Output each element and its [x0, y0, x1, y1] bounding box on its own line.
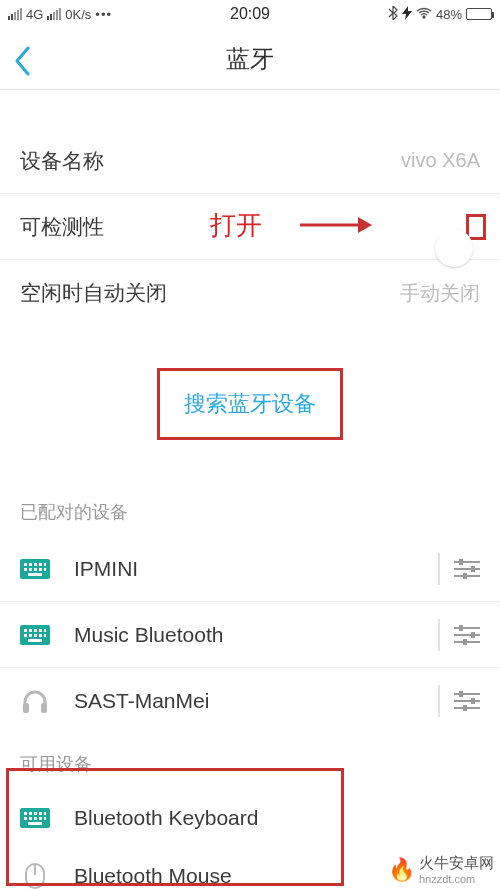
row-device-name[interactable]: 设备名称 vivo X6A [0, 128, 500, 194]
page-title: 蓝牙 [226, 43, 274, 75]
svg-rect-48 [29, 812, 32, 815]
device-name: Bluetooth Keyboard [50, 806, 480, 830]
headphone-icon [20, 689, 50, 713]
svg-rect-56 [44, 817, 46, 820]
idle-close-value: 手动关闭 [400, 280, 480, 307]
device-settings-button[interactable] [454, 558, 480, 580]
divider [438, 619, 440, 651]
svg-rect-43 [459, 691, 463, 697]
back-button[interactable] [14, 46, 32, 80]
svg-rect-31 [28, 639, 42, 642]
network-type: 4G [26, 7, 43, 22]
svg-rect-8 [24, 568, 27, 571]
svg-rect-37 [463, 639, 467, 645]
svg-rect-54 [34, 817, 37, 820]
signal-icon [8, 8, 22, 20]
svg-rect-49 [34, 812, 37, 815]
keyboard-icon [20, 623, 50, 647]
more-icon: ••• [95, 7, 112, 22]
mouse-icon [20, 864, 50, 888]
paired-device-row[interactable]: Music Bluetooth [0, 602, 500, 668]
annotation-arrow-icon [300, 212, 372, 242]
svg-rect-35 [459, 625, 463, 631]
svg-rect-10 [34, 568, 37, 571]
svg-rect-28 [34, 634, 37, 637]
svg-rect-39 [41, 703, 47, 713]
svg-rect-51 [44, 812, 46, 815]
watermark-name: 火牛安卓网 [419, 854, 494, 871]
device-name: SAST-ManMei [50, 689, 424, 713]
svg-rect-26 [24, 634, 27, 637]
keyboard-icon [20, 557, 50, 581]
device-settings-button[interactable] [454, 624, 480, 646]
svg-rect-55 [39, 817, 42, 820]
svg-rect-50 [39, 812, 42, 815]
row-discoverable: 可检测性 打开 [0, 194, 500, 260]
svg-rect-38 [23, 703, 29, 713]
svg-rect-25 [44, 629, 46, 632]
charging-icon [402, 6, 412, 23]
svg-rect-12 [44, 568, 46, 571]
svg-rect-36 [471, 632, 475, 638]
wifi-icon [416, 7, 432, 22]
svg-rect-6 [39, 563, 42, 566]
annotation-highlight-search: 搜索蓝牙设备 [157, 368, 343, 440]
status-bar: 4G 0K/s ••• 20:09 48% [0, 0, 500, 28]
section-paired-header: 已配对的设备 [0, 482, 500, 536]
svg-rect-29 [39, 634, 42, 637]
flame-icon: 🔥 [388, 857, 415, 883]
svg-rect-52 [24, 817, 27, 820]
svg-rect-17 [459, 559, 463, 565]
svg-rect-45 [463, 705, 467, 711]
watermark-url: hnzzdt.com [419, 873, 494, 885]
keyboard-icon [20, 806, 50, 830]
svg-rect-5 [34, 563, 37, 566]
device-name: IPMINI [50, 557, 424, 581]
paired-device-row[interactable]: SAST-ManMei [0, 668, 500, 734]
svg-rect-24 [39, 629, 42, 632]
device-name-label: 设备名称 [20, 147, 104, 175]
svg-rect-23 [34, 629, 37, 632]
annotation-highlight-toggle [466, 214, 486, 240]
nav-bar: 蓝牙 [0, 28, 500, 90]
svg-rect-44 [471, 698, 475, 704]
device-name-value: vivo X6A [401, 149, 480, 172]
available-device-row[interactable]: Bluetooth Keyboard [0, 788, 500, 848]
annotation-open-text: 打开 [210, 208, 262, 243]
svg-rect-47 [24, 812, 27, 815]
divider [438, 685, 440, 717]
svg-rect-9 [29, 568, 32, 571]
svg-rect-13 [28, 573, 42, 576]
divider [438, 553, 440, 585]
network-speed: 0K/s [65, 7, 91, 22]
svg-rect-11 [39, 568, 42, 571]
svg-rect-30 [44, 634, 46, 637]
svg-rect-27 [29, 634, 32, 637]
svg-rect-22 [29, 629, 32, 632]
paired-device-row[interactable]: IPMINI [0, 536, 500, 602]
svg-rect-7 [44, 563, 46, 566]
svg-rect-57 [28, 822, 42, 825]
battery-percent: 48% [436, 7, 462, 22]
svg-rect-21 [24, 629, 27, 632]
svg-rect-4 [29, 563, 32, 566]
device-name: Music Bluetooth [50, 623, 424, 647]
bluetooth-icon [388, 6, 398, 23]
watermark: 🔥 火牛安卓网 hnzzdt.com [388, 854, 494, 885]
row-idle-close[interactable]: 空闲时自动关闭 手动关闭 [0, 260, 500, 326]
idle-close-label: 空闲时自动关闭 [20, 279, 167, 307]
search-area: 搜索蓝牙设备 [0, 326, 500, 482]
device-settings-button[interactable] [454, 690, 480, 712]
svg-rect-53 [29, 817, 32, 820]
clock: 20:09 [230, 5, 270, 23]
section-available-header: 可用设备 [0, 734, 500, 788]
svg-rect-19 [463, 573, 467, 579]
discoverable-label: 可检测性 [20, 213, 104, 241]
search-devices-button[interactable]: 搜索蓝牙设备 [184, 389, 316, 419]
svg-rect-18 [471, 566, 475, 572]
signal-icon-2 [47, 8, 61, 20]
svg-marker-1 [358, 217, 372, 233]
battery-icon [466, 8, 492, 20]
svg-rect-3 [24, 563, 27, 566]
